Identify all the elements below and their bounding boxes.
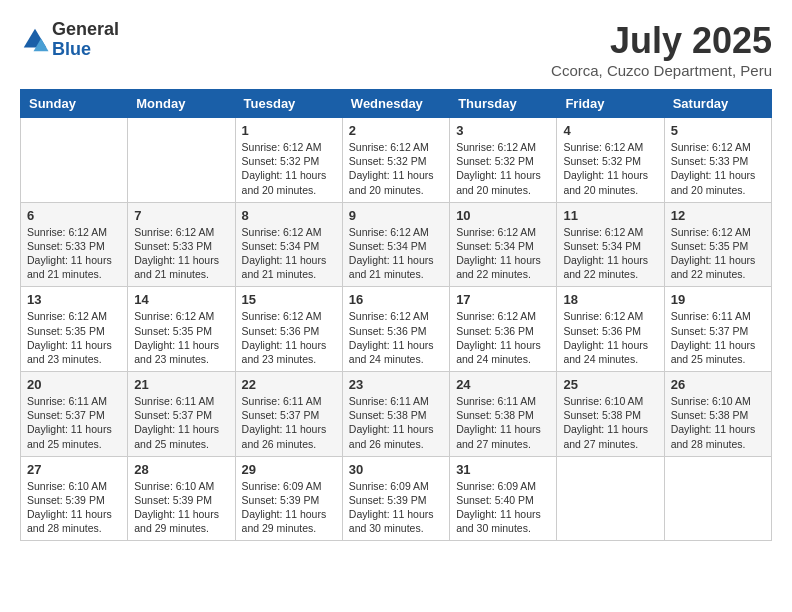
day-number: 29	[242, 462, 336, 477]
calendar-cell: 18Sunrise: 6:12 AM Sunset: 5:36 PM Dayli…	[557, 287, 664, 372]
day-number: 7	[134, 208, 228, 223]
calendar-cell	[21, 118, 128, 203]
day-info: Sunrise: 6:12 AM Sunset: 5:34 PM Dayligh…	[242, 225, 336, 282]
day-info: Sunrise: 6:11 AM Sunset: 5:37 PM Dayligh…	[27, 394, 121, 451]
calendar-week-5: 27Sunrise: 6:10 AM Sunset: 5:39 PM Dayli…	[21, 456, 772, 541]
weekday-header-wednesday: Wednesday	[342, 90, 449, 118]
day-number: 4	[563, 123, 657, 138]
calendar-cell: 24Sunrise: 6:11 AM Sunset: 5:38 PM Dayli…	[450, 372, 557, 457]
weekday-header-friday: Friday	[557, 90, 664, 118]
calendar-cell: 30Sunrise: 6:09 AM Sunset: 5:39 PM Dayli…	[342, 456, 449, 541]
day-number: 8	[242, 208, 336, 223]
logo-text: General Blue	[52, 20, 119, 60]
month-title: July 2025	[551, 20, 772, 62]
day-info: Sunrise: 6:10 AM Sunset: 5:39 PM Dayligh…	[27, 479, 121, 536]
day-info: Sunrise: 6:12 AM Sunset: 5:36 PM Dayligh…	[456, 309, 550, 366]
day-number: 17	[456, 292, 550, 307]
weekday-header-saturday: Saturday	[664, 90, 771, 118]
logo-blue: Blue	[52, 40, 119, 60]
day-number: 23	[349, 377, 443, 392]
calendar-cell: 6Sunrise: 6:12 AM Sunset: 5:33 PM Daylig…	[21, 202, 128, 287]
day-number: 28	[134, 462, 228, 477]
day-info: Sunrise: 6:12 AM Sunset: 5:36 PM Dayligh…	[349, 309, 443, 366]
day-number: 25	[563, 377, 657, 392]
day-info: Sunrise: 6:12 AM Sunset: 5:34 PM Dayligh…	[456, 225, 550, 282]
day-number: 26	[671, 377, 765, 392]
calendar-cell	[128, 118, 235, 203]
calendar-cell: 12Sunrise: 6:12 AM Sunset: 5:35 PM Dayli…	[664, 202, 771, 287]
calendar-header: SundayMondayTuesdayWednesdayThursdayFrid…	[21, 90, 772, 118]
day-info: Sunrise: 6:09 AM Sunset: 5:40 PM Dayligh…	[456, 479, 550, 536]
day-number: 10	[456, 208, 550, 223]
calendar-cell: 23Sunrise: 6:11 AM Sunset: 5:38 PM Dayli…	[342, 372, 449, 457]
logo-general: General	[52, 20, 119, 40]
calendar-week-4: 20Sunrise: 6:11 AM Sunset: 5:37 PM Dayli…	[21, 372, 772, 457]
location-title: Ccorca, Cuzco Department, Peru	[551, 62, 772, 79]
calendar-cell: 15Sunrise: 6:12 AM Sunset: 5:36 PM Dayli…	[235, 287, 342, 372]
calendar-cell: 10Sunrise: 6:12 AM Sunset: 5:34 PM Dayli…	[450, 202, 557, 287]
day-number: 22	[242, 377, 336, 392]
day-info: Sunrise: 6:12 AM Sunset: 5:36 PM Dayligh…	[563, 309, 657, 366]
calendar-cell: 17Sunrise: 6:12 AM Sunset: 5:36 PM Dayli…	[450, 287, 557, 372]
day-number: 18	[563, 292, 657, 307]
day-number: 31	[456, 462, 550, 477]
day-number: 13	[27, 292, 121, 307]
day-info: Sunrise: 6:11 AM Sunset: 5:38 PM Dayligh…	[349, 394, 443, 451]
calendar-cell: 5Sunrise: 6:12 AM Sunset: 5:33 PM Daylig…	[664, 118, 771, 203]
weekday-header-tuesday: Tuesday	[235, 90, 342, 118]
calendar-cell: 25Sunrise: 6:10 AM Sunset: 5:38 PM Dayli…	[557, 372, 664, 457]
day-info: Sunrise: 6:11 AM Sunset: 5:38 PM Dayligh…	[456, 394, 550, 451]
calendar-cell: 19Sunrise: 6:11 AM Sunset: 5:37 PM Dayli…	[664, 287, 771, 372]
calendar-cell: 3Sunrise: 6:12 AM Sunset: 5:32 PM Daylig…	[450, 118, 557, 203]
day-info: Sunrise: 6:12 AM Sunset: 5:35 PM Dayligh…	[134, 309, 228, 366]
day-info: Sunrise: 6:10 AM Sunset: 5:38 PM Dayligh…	[671, 394, 765, 451]
day-info: Sunrise: 6:12 AM Sunset: 5:33 PM Dayligh…	[27, 225, 121, 282]
day-number: 19	[671, 292, 765, 307]
day-number: 20	[27, 377, 121, 392]
calendar-cell: 8Sunrise: 6:12 AM Sunset: 5:34 PM Daylig…	[235, 202, 342, 287]
page-header: General Blue July 2025 Ccorca, Cuzco Dep…	[20, 20, 772, 79]
day-info: Sunrise: 6:12 AM Sunset: 5:35 PM Dayligh…	[27, 309, 121, 366]
day-number: 15	[242, 292, 336, 307]
day-info: Sunrise: 6:09 AM Sunset: 5:39 PM Dayligh…	[242, 479, 336, 536]
day-info: Sunrise: 6:12 AM Sunset: 5:34 PM Dayligh…	[563, 225, 657, 282]
calendar-cell: 14Sunrise: 6:12 AM Sunset: 5:35 PM Dayli…	[128, 287, 235, 372]
day-number: 2	[349, 123, 443, 138]
day-info: Sunrise: 6:12 AM Sunset: 5:34 PM Dayligh…	[349, 225, 443, 282]
calendar-cell: 13Sunrise: 6:12 AM Sunset: 5:35 PM Dayli…	[21, 287, 128, 372]
day-number: 27	[27, 462, 121, 477]
day-info: Sunrise: 6:12 AM Sunset: 5:35 PM Dayligh…	[671, 225, 765, 282]
day-number: 1	[242, 123, 336, 138]
calendar-cell: 7Sunrise: 6:12 AM Sunset: 5:33 PM Daylig…	[128, 202, 235, 287]
day-number: 5	[671, 123, 765, 138]
calendar-cell: 20Sunrise: 6:11 AM Sunset: 5:37 PM Dayli…	[21, 372, 128, 457]
day-number: 21	[134, 377, 228, 392]
calendar-cell: 27Sunrise: 6:10 AM Sunset: 5:39 PM Dayli…	[21, 456, 128, 541]
calendar-cell: 2Sunrise: 6:12 AM Sunset: 5:32 PM Daylig…	[342, 118, 449, 203]
day-info: Sunrise: 6:10 AM Sunset: 5:39 PM Dayligh…	[134, 479, 228, 536]
day-info: Sunrise: 6:12 AM Sunset: 5:32 PM Dayligh…	[349, 140, 443, 197]
logo-icon	[20, 25, 50, 55]
day-number: 16	[349, 292, 443, 307]
calendar-cell: 11Sunrise: 6:12 AM Sunset: 5:34 PM Dayli…	[557, 202, 664, 287]
day-info: Sunrise: 6:11 AM Sunset: 5:37 PM Dayligh…	[134, 394, 228, 451]
day-number: 14	[134, 292, 228, 307]
calendar-week-1: 1Sunrise: 6:12 AM Sunset: 5:32 PM Daylig…	[21, 118, 772, 203]
weekday-header-monday: Monday	[128, 90, 235, 118]
calendar-table: SundayMondayTuesdayWednesdayThursdayFrid…	[20, 89, 772, 541]
title-section: July 2025 Ccorca, Cuzco Department, Peru	[551, 20, 772, 79]
day-info: Sunrise: 6:11 AM Sunset: 5:37 PM Dayligh…	[671, 309, 765, 366]
weekday-header-sunday: Sunday	[21, 90, 128, 118]
calendar-cell: 22Sunrise: 6:11 AM Sunset: 5:37 PM Dayli…	[235, 372, 342, 457]
calendar-cell: 31Sunrise: 6:09 AM Sunset: 5:40 PM Dayli…	[450, 456, 557, 541]
day-info: Sunrise: 6:12 AM Sunset: 5:33 PM Dayligh…	[671, 140, 765, 197]
day-info: Sunrise: 6:12 AM Sunset: 5:32 PM Dayligh…	[456, 140, 550, 197]
calendar-cell: 29Sunrise: 6:09 AM Sunset: 5:39 PM Dayli…	[235, 456, 342, 541]
calendar-cell: 26Sunrise: 6:10 AM Sunset: 5:38 PM Dayli…	[664, 372, 771, 457]
day-number: 9	[349, 208, 443, 223]
calendar-body: 1Sunrise: 6:12 AM Sunset: 5:32 PM Daylig…	[21, 118, 772, 541]
calendar-week-2: 6Sunrise: 6:12 AM Sunset: 5:33 PM Daylig…	[21, 202, 772, 287]
day-info: Sunrise: 6:10 AM Sunset: 5:38 PM Dayligh…	[563, 394, 657, 451]
calendar-week-3: 13Sunrise: 6:12 AM Sunset: 5:35 PM Dayli…	[21, 287, 772, 372]
day-number: 12	[671, 208, 765, 223]
